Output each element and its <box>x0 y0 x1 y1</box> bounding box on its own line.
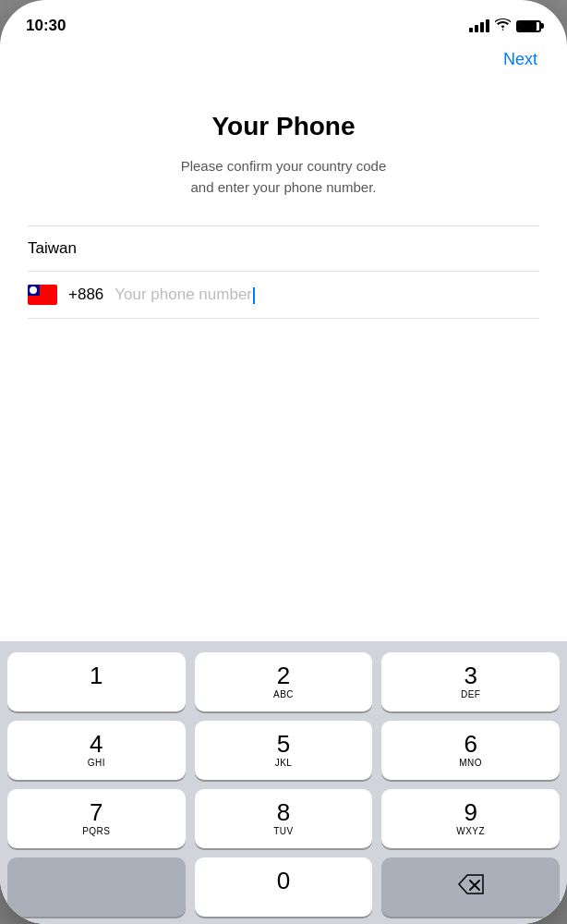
wifi-icon <box>495 18 511 33</box>
country-label: Taiwan <box>28 239 77 257</box>
keyboard-row-3: 7 PQRS 8 TUV 9 WXYZ <box>7 789 560 848</box>
key-9[interactable]: 9 WXYZ <box>381 789 560 848</box>
main-content: Your Phone Please confirm your country c… <box>0 84 567 641</box>
key-8[interactable]: 8 TUV <box>195 789 373 848</box>
key-spacer <box>7 857 186 917</box>
signal-icon <box>469 19 489 32</box>
cursor <box>253 287 255 304</box>
keyboard-row-2: 4 GHI 5 JKL 6 MNO <box>7 721 560 780</box>
keyboard-rows: 1 2 ABC 3 DEF 4 GHI 5 <box>7 652 560 917</box>
phone-frame: 10:30 Next Your Phone Plea <box>0 0 567 924</box>
delete-button[interactable] <box>381 857 560 917</box>
key-1[interactable]: 1 <box>7 652 186 711</box>
keyboard: 1 2 ABC 3 DEF 4 GHI 5 <box>0 641 567 924</box>
key-2[interactable]: 2 ABC <box>195 652 373 711</box>
phone-number-input[interactable]: Your phone number <box>115 286 539 304</box>
header-section: Your Phone Please confirm your country c… <box>0 84 567 216</box>
key-7[interactable]: 7 PQRS <box>7 789 186 848</box>
country-code: +886 <box>68 286 103 304</box>
country-row[interactable]: Taiwan <box>28 226 539 272</box>
form-section: Taiwan +886 Your phone number <box>0 216 567 319</box>
key-4[interactable]: 4 GHI <box>7 721 186 780</box>
phone-placeholder: Your phone number <box>115 286 252 303</box>
keyboard-row-4: 0 <box>7 857 560 917</box>
status-bar: 10:30 <box>0 0 567 43</box>
phone-input-row: +886 Your phone number <box>28 272 539 319</box>
keyboard-row-1: 1 2 ABC 3 DEF <box>7 652 560 711</box>
key-3[interactable]: 3 DEF <box>381 652 560 711</box>
status-icons <box>469 18 541 33</box>
delete-icon <box>458 874 484 900</box>
battery-icon <box>516 20 541 32</box>
key-0[interactable]: 0 <box>195 857 373 917</box>
taiwan-flag-icon <box>28 285 57 305</box>
key-6[interactable]: 6 MNO <box>381 721 560 780</box>
status-time: 10:30 <box>26 17 66 35</box>
nav-bar: Next <box>0 43 567 84</box>
page-title: Your Phone <box>28 112 539 141</box>
page-subtitle: Please confirm your country codeand ente… <box>28 156 539 198</box>
next-button[interactable]: Next <box>496 46 545 73</box>
key-5[interactable]: 5 JKL <box>195 721 373 780</box>
